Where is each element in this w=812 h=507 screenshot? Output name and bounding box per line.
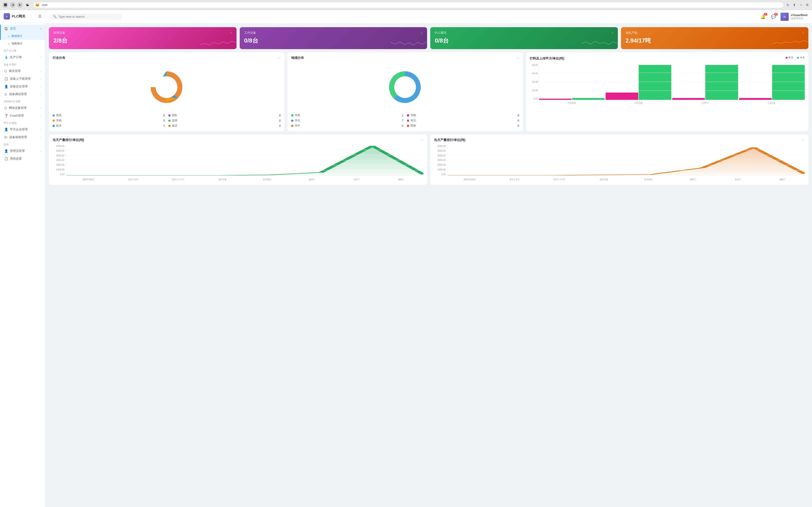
daily-y-3: 3000.00 bbox=[53, 159, 64, 161]
avatar-letter: N bbox=[783, 15, 786, 18]
device-online-icon: 📋 bbox=[4, 77, 8, 80]
message-notification-btn[interactable]: 💬 8 bbox=[770, 13, 777, 20]
legend-huazhong: 华中 0 bbox=[291, 124, 403, 128]
monthly-production-title: 当月产量排行/单位(吨) bbox=[434, 138, 465, 142]
browser-share-btn[interactable]: ⬆ bbox=[792, 2, 797, 8]
production-icon: 💧 bbox=[4, 55, 8, 59]
nav-label-home: 首页 bbox=[10, 26, 16, 31]
browser-refresh-btn[interactable]: ↻ bbox=[786, 2, 790, 8]
nav-section-device: 设备 & 维护 bbox=[0, 61, 45, 67]
feed-chart-title: 打料及上传甲方/单位(吨) bbox=[530, 57, 564, 61]
legend-label-yesterday: 昨天 bbox=[789, 56, 794, 59]
legend-dot-yesterday bbox=[786, 57, 788, 59]
monthly-production-more-btn[interactable]: ··· bbox=[802, 138, 805, 142]
sidebar-item-client[interactable]: 👤 甲方企业管理 › bbox=[0, 126, 45, 133]
sidebar-item-data-stats[interactable]: ○ 数据统计 bbox=[0, 33, 45, 40]
legend-dot-dongbei bbox=[407, 119, 409, 122]
stat-card-connected-arrow: ↑ bbox=[230, 31, 232, 35]
feed-x-label-1: 打料重量 bbox=[539, 102, 605, 105]
daily-x-labels: 国家开发银行 北京十五中 北京六十六中 远洋大厦 技术测试 建国门 宜武门 威斯… bbox=[66, 178, 423, 181]
gateway-icon: ⬡ bbox=[4, 69, 7, 73]
message-badge: 8 bbox=[774, 13, 778, 16]
browser-forward-btn[interactable]: ◀ bbox=[10, 2, 15, 8]
legend-name-xinan: 西南 bbox=[411, 124, 515, 128]
region-donut-wrap bbox=[291, 63, 519, 112]
daily-y-0: 0.00 bbox=[53, 173, 64, 176]
stat-card-capacity: 装机产能 ↑ 2.94/17吨 bbox=[621, 27, 809, 49]
stat-cards-row: 联网设备 ↑ 2/8台 工作设备 ↓ 0/8台 bbox=[49, 27, 808, 49]
sidebar-item-device-online[interactable]: 📋 设备上下线管理 › bbox=[0, 75, 45, 82]
monthly-y-2: 2000.00 bbox=[434, 164, 446, 166]
monthly-y-labels: 6000.00 5000.00 4000.00 3000.00 2000.00 … bbox=[434, 145, 447, 176]
daily-y-labels: 6000.00 5000.00 4000.00 3000.00 2000.00 … bbox=[53, 145, 65, 176]
legend-value-dongbei: 0 bbox=[517, 119, 519, 122]
browser-add-tab-btn[interactable]: ＋ bbox=[798, 2, 803, 8]
browser-nav-extra-btn[interactable]: ▶ bbox=[17, 2, 23, 8]
daily-line-plot bbox=[66, 145, 423, 176]
feed-y-label-4: 40.00 bbox=[530, 64, 538, 66]
sidebar-item-map[interactable]: ○ 地图展示 bbox=[0, 40, 45, 47]
sidebar-item-site[interactable]: 🏷 设备场地管理 › bbox=[0, 133, 45, 141]
bar-today-3 bbox=[705, 65, 738, 100]
sidebar-item-gateway[interactable]: ⬡ 网关管理 › bbox=[0, 67, 45, 75]
search-input[interactable] bbox=[58, 15, 119, 18]
svg-marker-3 bbox=[448, 147, 805, 175]
sidebar-header: ● PLC网关 ☰ bbox=[0, 10, 45, 23]
sidebar-title: PLC网关 bbox=[12, 14, 26, 18]
bell-notification-btn[interactable]: 🔔 1 bbox=[760, 13, 766, 20]
favicon-fallback: 🐱 bbox=[35, 3, 40, 7]
sidebar-item-device-locate[interactable]: 👤 设备定位管理 › bbox=[0, 82, 45, 90]
legend-name-school: 学校 bbox=[56, 119, 161, 122]
nav-label-device-debug: 设备调试管理 bbox=[9, 92, 27, 96]
legend-dot-huazhong bbox=[291, 125, 293, 127]
legend-xinan: 西南 0 bbox=[407, 124, 519, 128]
stat-wave-plc bbox=[581, 38, 618, 49]
browser-copy-btn[interactable]: ⧉ bbox=[805, 2, 809, 8]
legend-dot-govt bbox=[53, 125, 55, 127]
browser-back-btn[interactable]: ⬛ bbox=[3, 2, 8, 8]
region-donut-chart bbox=[383, 64, 428, 110]
nav-label-map: 地图展示 bbox=[11, 42, 22, 46]
monthly-line-svg bbox=[448, 145, 805, 175]
production-row: 当天产量排行/单位(吨) ··· 6000.00 5000.00 4000.00… bbox=[49, 134, 808, 185]
legend-name-restaurant: 饭店 bbox=[172, 124, 276, 128]
industry-chart-card: 行业分布 ··· bbox=[49, 52, 284, 131]
industry-chart-more-btn[interactable]: ··· bbox=[277, 56, 281, 60]
legend-value-huadong: 1 bbox=[401, 114, 403, 117]
daily-production-more-btn[interactable]: ··· bbox=[420, 138, 423, 142]
search-box[interactable]: 🔍 bbox=[50, 13, 122, 20]
sidebar-item-device-debug[interactable]: ⚠ 设备调试管理 › bbox=[0, 90, 45, 98]
nav-label-data-stats: 数据统计 bbox=[11, 34, 22, 38]
bar-group-1 bbox=[539, 64, 605, 100]
sidebar-item-home[interactable]: 🏠 首页 ∨ bbox=[0, 25, 45, 33]
region-chart-card: 地域分布 ··· bbox=[288, 52, 523, 131]
monthly-production-card: 当月产量排行/单位(吨) ··· 6000.00 5000.00 4000.00… bbox=[430, 134, 808, 185]
daily-y-4: 4000.00 bbox=[53, 154, 64, 157]
stat-wave-connected bbox=[200, 38, 237, 49]
production-arrow-icon: › bbox=[41, 56, 42, 59]
sidebar-item-system[interactable]: 📋 系统设置 bbox=[0, 155, 45, 163]
legend-name-huazhong: 华中 bbox=[295, 124, 399, 128]
nav-label-gateway: 网关管理 bbox=[9, 69, 20, 73]
svg-point-1 bbox=[394, 76, 416, 98]
nav-label-admin: 管理员管理 bbox=[10, 149, 25, 153]
monthly-x-3: 北京六十六中 bbox=[537, 178, 581, 181]
browser-url-bar[interactable]: 🐱 .com bbox=[33, 2, 784, 8]
sidebar-item-network-flow[interactable]: ⬡ 网络流量管理 › bbox=[0, 104, 45, 112]
bar-yesterday-3 bbox=[672, 98, 705, 100]
daily-x-2: 北京十五中 bbox=[111, 178, 155, 181]
bar-group-2 bbox=[606, 64, 671, 100]
user-info: N nYuserRoot 超级管理员 bbox=[780, 13, 807, 21]
sidebar-nav: 🏠 首页 ∨ ○ 数据统计 ○ 地图展示 生产 & 订单 💧 生产订单 › bbox=[0, 23, 45, 507]
legend-army: 部队 0 bbox=[168, 113, 281, 117]
sidebar-menu-toggle[interactable]: ☰ bbox=[38, 14, 42, 18]
nav-section-client: 甲方 & 场地 bbox=[0, 119, 45, 126]
bell-badge: 1 bbox=[764, 13, 767, 16]
nav-label-client: 甲方企业管理 bbox=[10, 127, 28, 131]
sidebar-item-production[interactable]: 💧 生产订单 › bbox=[0, 53, 45, 61]
sidebar-item-crash[interactable]: ❓ Crash管理 › bbox=[0, 112, 45, 119]
nav-label-network-flow: 网络流量管理 bbox=[9, 106, 27, 110]
bar-today-2 bbox=[639, 65, 671, 100]
sidebar-item-admin[interactable]: 👤 管理员管理 › bbox=[0, 147, 45, 155]
region-chart-more-btn[interactable]: ··· bbox=[516, 56, 519, 60]
